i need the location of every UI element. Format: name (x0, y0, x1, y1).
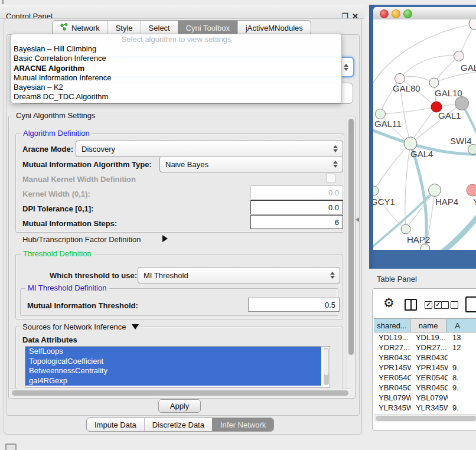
node-gcy1[interactable] (373, 186, 379, 195)
node-gray[interactable] (455, 97, 469, 110)
data-attributes-label: Data Attributes (22, 335, 77, 344)
list-scrollbar[interactable] (324, 348, 329, 385)
expand-arrow-icon[interactable] (162, 235, 168, 242)
list-item[interactable]: TopologicalCoefficient (25, 357, 321, 367)
table-body: YDL19... YDL19... 13 YDR27... YDR27... 1… (374, 332, 476, 414)
node[interactable] (469, 19, 476, 30)
tab-style[interactable]: Style (107, 21, 141, 35)
tab-impute-data[interactable]: Impute Data (87, 418, 144, 431)
mi-steps-label: Mutual Information Steps: (22, 219, 117, 228)
mi-threshold-field[interactable]: 0.5 (248, 298, 340, 312)
which-threshold-combo[interactable]: MI Threshold (138, 267, 340, 283)
tab-select[interactable]: Select (141, 21, 178, 35)
table-row[interactable]: YLR345W YLR345W 9. (374, 403, 476, 413)
table-horizontal-scrollbar[interactable] (374, 414, 476, 422)
node[interactable] (454, 51, 464, 61)
select-all-checkboxes-icon[interactable]: ✓✓ (425, 301, 442, 309)
edge[interactable] (380, 107, 436, 114)
dpi-tolerance-field[interactable]: 0.0 (250, 200, 343, 214)
algorithm-option[interactable]: Dream8 DC_TDC Algorithm (11, 92, 341, 102)
node-label: Y (473, 197, 476, 207)
table-row[interactable]: YBL079W YBL079W (374, 393, 476, 403)
node-hap4[interactable] (429, 184, 441, 197)
table-header-row: shared... name A (374, 318, 476, 332)
table-row[interactable]: YBR043C YBR043C (374, 353, 476, 363)
spinner-icon (333, 161, 338, 168)
edge[interactable] (434, 71, 476, 83)
tab-jactivemnodules[interactable]: jActiveMNodules (237, 21, 311, 35)
column-header-name[interactable]: name (410, 318, 446, 332)
algorithm-option-selected[interactable]: ARACNE Algorithm (11, 64, 341, 73)
tab-discretize-data[interactable]: Discretize Data (144, 418, 212, 431)
mi-threshold-label: Mutual Information Threshold: (27, 301, 138, 310)
minimize-traffic-light[interactable] (392, 9, 400, 18)
node-label: GAL1 (438, 110, 461, 120)
node-gal10[interactable] (429, 78, 439, 87)
algorithm-option[interactable]: Mutual Information Inference (11, 73, 341, 83)
list-item[interactable]: SelfLoops (25, 347, 321, 357)
panel-collapse-handle[interactable] (356, 217, 359, 222)
tab-network[interactable]: Network (53, 21, 107, 35)
aracne-mode-label: Aracne Mode: (22, 145, 73, 154)
list-item[interactable]: BetweennessCentrality (25, 366, 321, 376)
list-item[interactable]: gal4RGexp (25, 376, 321, 386)
document-icon[interactable] (465, 296, 476, 312)
network-graph: GAL GAL80 GAL10 GAL1 GAL11 SWI4 GAL4 GCY… (373, 19, 476, 250)
edge[interactable] (400, 56, 459, 79)
algorithm-option[interactable]: Bayesian – K2 (11, 83, 341, 92)
column-header-shared-name[interactable]: shared... (374, 318, 410, 332)
node-gal4[interactable] (404, 137, 417, 150)
aracne-mode-combo[interactable]: Discovery (76, 141, 343, 157)
node-label: HAP4 (435, 197, 458, 207)
algorithm-option[interactable]: Basic Correlation Inference (11, 54, 341, 63)
table-panel: ⚙ ✓✓ shared... name A YDL19... YDL19... … (372, 288, 476, 431)
control-panel-titlebar: Control Panel ❐ ✕ (0, 5, 364, 19)
sources-group-title: Sources for Network Inference (20, 322, 141, 331)
table-row[interactable]: YDR27... YDR27... 12 (374, 343, 476, 353)
node[interactable] (468, 145, 476, 155)
split-panel-icon[interactable] (405, 299, 417, 311)
collapsed-panel-icon[interactable] (5, 444, 17, 450)
node-label: GCY1 (373, 197, 395, 207)
edge[interactable] (410, 144, 426, 250)
column-header-partial[interactable]: A (446, 318, 476, 332)
table-row[interactable]: YER054C YER054C 8. (374, 373, 476, 383)
deselect-all-checkboxes-icon[interactable] (441, 301, 458, 309)
close-traffic-light[interactable] (380, 9, 389, 18)
network-icon (60, 23, 68, 32)
table-row[interactable]: YBR045C YBR045C 9. (374, 383, 476, 393)
node-gal80[interactable] (395, 74, 405, 84)
node-gal11[interactable] (376, 109, 386, 119)
collapse-arrow-icon[interactable] (132, 324, 139, 330)
network-canvas[interactable]: GAL GAL80 GAL10 GAL1 GAL11 SWI4 GAL4 GCY… (373, 19, 476, 250)
dropdown-prompt: Select algorithm to view settings (11, 34, 341, 44)
kernel-width-field[interactable]: 0.0 (250, 185, 343, 200)
settings-vertical-scrollbar[interactable] (347, 116, 355, 397)
edge[interactable] (374, 144, 410, 191)
algorithm-option[interactable]: Bayesian – Hill Climbing (11, 44, 341, 54)
mi-type-combo[interactable]: Naive Bayes (159, 156, 343, 172)
mi-type-label: Mutual Information Algorithm Type: (22, 160, 152, 169)
mi-steps-field[interactable]: 6 (250, 215, 343, 229)
node-label: GAL11 (374, 119, 402, 129)
node[interactable] (420, 244, 430, 250)
settings-horizontal-scrollbar[interactable] (9, 389, 353, 397)
tab-infer-network[interactable]: Infer Network (212, 418, 273, 431)
node-salmon[interactable] (467, 184, 476, 196)
group-title: Algorithm Definition (21, 129, 92, 138)
table-row[interactable]: YDL19... YDL19... 13 (374, 332, 476, 343)
screen: Control Panel ❐ ✕ Network Style Select C… (0, 0, 476, 450)
node-hap2[interactable] (401, 224, 410, 234)
manual-kernel-checkbox[interactable] (326, 174, 335, 183)
edge[interactable] (440, 214, 476, 250)
gear-icon[interactable]: ⚙ (383, 296, 395, 310)
apply-button[interactable]: Apply (158, 399, 201, 413)
group-title: Cyni Algorithm Settings (14, 111, 97, 120)
table-row[interactable]: YPR145W YPR145W 9. (374, 363, 476, 373)
edge[interactable] (434, 56, 459, 83)
zoom-traffic-light[interactable] (403, 9, 412, 18)
node-label: HAP2 (407, 234, 430, 244)
node-label: GAL (461, 63, 476, 73)
data-attributes-list: SelfLoops TopologicalCoefficient Between… (25, 346, 330, 388)
tab-cyni-toolbox[interactable]: Cyni Toolbox (178, 21, 237, 35)
